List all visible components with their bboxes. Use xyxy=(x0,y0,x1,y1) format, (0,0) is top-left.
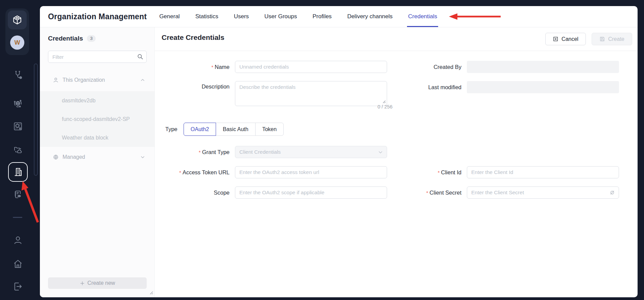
description-textarea[interactable] xyxy=(235,81,387,106)
name-input[interactable] xyxy=(235,61,387,73)
credentials-list: dasmltdev2db func-scoped-dasmltdev2-SP W… xyxy=(40,91,154,147)
section-managed[interactable]: Managed xyxy=(40,152,154,162)
chevron-down-icon xyxy=(378,150,383,156)
client-secret-label: Client Secret xyxy=(387,190,467,196)
screen: W xyxy=(0,0,644,300)
tab-statistics[interactable]: Statistics xyxy=(188,6,226,27)
workspace-switcher: W xyxy=(5,8,29,55)
app-logo[interactable] xyxy=(8,10,27,29)
tab-users[interactable]: Users xyxy=(226,6,257,27)
rail-divider xyxy=(13,217,22,218)
user-icon xyxy=(53,77,59,83)
scope-input[interactable] xyxy=(235,186,387,199)
rail-scrollbar[interactable] xyxy=(34,64,38,176)
create-button[interactable]: Create xyxy=(592,33,632,45)
section-label: This Organization xyxy=(63,77,105,83)
user-icon[interactable] xyxy=(9,232,26,249)
created-by-label: Created By xyxy=(387,64,467,70)
filter-input[interactable] xyxy=(48,51,147,63)
count-badge: 3 xyxy=(87,35,96,42)
logout-icon[interactable] xyxy=(9,278,26,295)
type-oauth2-button[interactable]: OAuth2 xyxy=(184,123,216,136)
chevron-up-icon[interactable] xyxy=(140,78,145,82)
folder-cloud-icon[interactable] xyxy=(9,141,26,158)
cube-logo-icon xyxy=(12,15,23,25)
tab-general[interactable]: General xyxy=(151,6,187,27)
credentials-panel: Credentials 3 xyxy=(40,27,155,297)
avatar[interactable]: W xyxy=(10,35,24,50)
app-card: Organization Management General Statisti… xyxy=(40,6,638,297)
tab-bar: Organization Management General Statisti… xyxy=(40,6,638,27)
tab-profiles[interactable]: Profiles xyxy=(305,6,339,27)
panel-title: Credentials xyxy=(48,35,83,42)
description-label: Description xyxy=(155,81,235,90)
section-label: Managed xyxy=(63,154,85,160)
tab-user-groups[interactable]: User Groups xyxy=(257,6,305,27)
create-credentials-form: Create Credentials Cancel Create xyxy=(155,27,638,297)
type-token-button[interactable]: Token xyxy=(255,123,284,136)
panel-resize-handle[interactable] xyxy=(148,290,153,296)
name-label: Name xyxy=(155,64,235,70)
tabs-nav: General Statistics Users User Groups Pro… xyxy=(151,6,445,27)
close-square-icon xyxy=(553,36,558,42)
globe-icon xyxy=(53,154,59,160)
grant-type-select[interactable]: Client Credentials xyxy=(235,146,387,158)
type-basic-auth-button[interactable]: Basic Auth xyxy=(216,123,256,136)
client-id-input[interactable] xyxy=(467,166,619,178)
list-item[interactable]: dasmltdev2db xyxy=(40,91,154,110)
grant-type-label: Grant Type xyxy=(155,149,235,155)
tab-delivery-channels[interactable]: Delivery channels xyxy=(339,6,400,27)
type-button-group: OAuth2 Basic Auth Token xyxy=(184,123,284,136)
form-title: Create Credentials xyxy=(162,33,224,42)
scope-label: Scope xyxy=(155,190,235,196)
divider xyxy=(155,51,638,51)
page-title: Organization Management xyxy=(48,12,147,21)
save-icon xyxy=(599,36,605,42)
access-token-url-label: Access Token URL xyxy=(155,169,235,176)
list-item[interactable]: Weather data block xyxy=(40,128,154,147)
filter-field xyxy=(48,51,147,63)
tab-credentials[interactable]: Credentials xyxy=(400,6,445,27)
plus-icon xyxy=(80,281,85,286)
globe-orbit-icon[interactable] xyxy=(9,95,26,112)
last-modified-label: Last modified xyxy=(387,84,467,91)
eye-slash-icon[interactable] xyxy=(609,190,615,197)
card-body: Credentials 3 xyxy=(40,27,638,297)
create-new-button[interactable]: Create new xyxy=(48,277,147,289)
building-icon[interactable] xyxy=(9,164,26,180)
char-counter: 0 / 256 xyxy=(240,104,392,109)
chip-board-icon[interactable] xyxy=(9,118,26,135)
app-rail: W xyxy=(0,0,40,300)
chevron-down-icon[interactable] xyxy=(140,155,145,159)
cancel-button[interactable]: Cancel xyxy=(545,33,586,45)
section-this-organization[interactable]: This Organization xyxy=(40,75,154,85)
home-icon[interactable] xyxy=(9,255,26,272)
created-by-field xyxy=(467,61,619,73)
client-secret-input[interactable] xyxy=(467,186,619,199)
access-token-url-input[interactable] xyxy=(235,166,387,178)
type-label: Type xyxy=(165,126,177,132)
stethoscope-icon[interactable] xyxy=(9,66,26,83)
client-id-label: Client Id xyxy=(387,169,467,176)
search-icon[interactable] xyxy=(137,53,143,61)
document-eye-icon[interactable] xyxy=(9,186,26,203)
list-item[interactable]: func-scoped-dasmltdev2-SP xyxy=(40,110,154,128)
last-modified-field xyxy=(467,81,619,93)
pointer-arrow-credentials xyxy=(448,13,502,20)
